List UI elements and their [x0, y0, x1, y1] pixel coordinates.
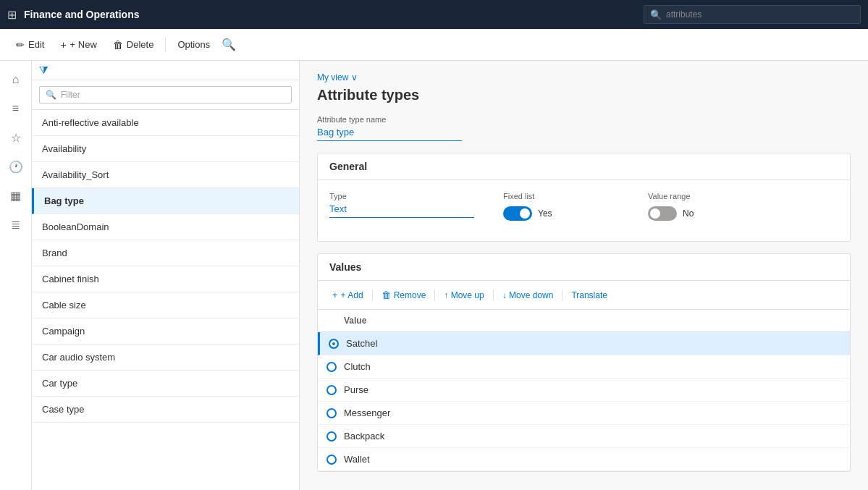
value-range-toggle-label: No [683, 208, 694, 219]
move-down-button[interactable]: ↓ Move down [497, 287, 560, 303]
fixed-list-toggle[interactable] [503, 206, 532, 221]
list-item[interactable]: Bag type [32, 188, 299, 214]
radio-button[interactable] [326, 431, 337, 442]
edit-icon: ✏ [16, 39, 25, 51]
radio-button[interactable] [326, 362, 337, 372]
values-toolbar-separator4 [562, 290, 562, 301]
values-section: Values + + Add 🗑 Remove ↑ Move up ↓ [317, 253, 851, 472]
main-content: My view ∨ Attribute types Attribute type… [300, 61, 868, 490]
view-label: My view [317, 72, 348, 83]
view-selector[interactable]: My view ∨ [317, 72, 851, 83]
value-range-field-group: Value range No [648, 192, 764, 221]
radio-button[interactable] [326, 385, 337, 395]
cmdbar-search-icon[interactable]: 🔍 [222, 38, 236, 51]
attr-type-value[interactable]: Bag type [317, 127, 462, 141]
values-table: SatchelClutchPurseMessengerBackpackWalle… [318, 332, 850, 471]
radio-button[interactable] [326, 455, 337, 465]
list-panel: ⧩ 🔍 Anti-reflective availableAvailabilit… [32, 61, 300, 490]
type-label: Type [329, 192, 474, 200]
new-button[interactable]: + + New [53, 35, 104, 55]
list-item[interactable]: Brand [32, 240, 299, 266]
value-label: Messenger [344, 407, 390, 418]
values-row[interactable]: Wallet [318, 448, 850, 471]
type-field-group: Type Text [329, 192, 474, 229]
move-up-label: ↑ Move up [444, 290, 484, 300]
general-section-header: General [318, 153, 850, 180]
global-search[interactable]: 🔍 [644, 5, 861, 24]
value-range-toggle-wrapper: No [648, 206, 764, 221]
grid-icon[interactable]: ⊞ [7, 8, 17, 22]
values-col-label: Value [344, 316, 366, 326]
type-value[interactable]: Text [329, 203, 474, 218]
value-range-toggle-thumb [650, 208, 660, 219]
radio-button[interactable] [326, 408, 337, 418]
list-item[interactable]: Availability [32, 136, 299, 162]
nav-list-icon[interactable]: ≣ [3, 211, 29, 237]
nav-star-icon[interactable]: ☆ [3, 124, 29, 151]
value-range-label: Value range [648, 192, 764, 200]
nav-hamburger-icon[interactable]: ≡ [3, 96, 29, 122]
remove-label: Remove [394, 290, 426, 300]
move-down-label: ↓ Move down [502, 290, 554, 300]
filter-icon[interactable]: ⧩ [39, 64, 49, 77]
chevron-down-icon: ∨ [351, 72, 358, 83]
list-filter-area: 🔍 [32, 80, 299, 110]
list-item[interactable]: Cable size [32, 292, 299, 318]
attr-type-label: Attribute type name [317, 115, 851, 124]
delete-button[interactable]: 🗑 Delete [106, 35, 161, 55]
edit-button[interactable]: ✏ Edit [9, 35, 51, 55]
filter-input[interactable] [61, 90, 285, 100]
remove-value-button[interactable]: 🗑 Remove [376, 287, 432, 303]
nav-home-icon[interactable]: ⌂ [3, 67, 29, 93]
values-toolbar: + + Add 🗑 Remove ↑ Move up ↓ Move down [318, 281, 850, 310]
options-button[interactable]: Options [170, 35, 217, 54]
values-row[interactable]: Satchel [318, 332, 850, 355]
list-item[interactable]: Availability_Sort [32, 162, 299, 188]
list-item[interactable]: Car type [32, 371, 299, 397]
list-item[interactable]: BooleanDomain [32, 214, 299, 240]
separator [165, 38, 166, 52]
value-label: Clutch [344, 361, 371, 372]
topbar: ⊞ Finance and Operations 🔍 [0, 0, 868, 29]
command-bar: ✏ Edit + + New 🗑 Delete Options 🔍 [0, 29, 868, 61]
filter-input-wrapper[interactable]: 🔍 [39, 86, 292, 104]
add-value-button[interactable]: + + Add [326, 287, 369, 303]
values-row[interactable]: Backpack [318, 425, 850, 448]
list-item[interactable]: Campaign [32, 318, 299, 345]
fixed-list-toggle-label: Yes [538, 208, 552, 219]
nav-table-icon[interactable]: ▦ [3, 182, 29, 208]
value-range-toggle[interactable] [648, 206, 677, 221]
value-label: Satchel [346, 338, 377, 349]
list-item[interactable]: Anti-reflective available [32, 110, 299, 136]
nav-clock-icon[interactable]: 🕐 [3, 153, 29, 179]
move-up-button[interactable]: ↑ Move up [438, 287, 489, 303]
value-label: Wallet [344, 454, 370, 465]
fixed-list-field-group: Fixed list Yes [503, 192, 619, 221]
main-layout: ⌂ ≡ ☆ 🕐 ▦ ≣ ⧩ 🔍 Anti-reflective availabl… [0, 61, 868, 490]
new-label: + New [70, 39, 97, 50]
list-item[interactable]: Case type [32, 397, 299, 423]
values-toolbar-separator2 [434, 290, 435, 301]
global-search-input[interactable] [666, 9, 854, 20]
add-label: + Add [341, 290, 363, 300]
value-label: Purse [344, 384, 368, 395]
new-icon: + [60, 39, 66, 51]
list-top-filter-bar: ⧩ [32, 61, 299, 80]
value-label: Backpack [344, 431, 384, 442]
add-icon: + [332, 290, 338, 300]
filter-search-icon: 🔍 [46, 90, 56, 100]
values-table-header: Value [318, 310, 850, 332]
values-row[interactable]: Clutch [318, 355, 850, 379]
general-fields-row: Type Text Fixed list Yes [329, 192, 838, 229]
radio-button[interactable] [329, 339, 339, 349]
options-label: Options [177, 39, 210, 50]
list-item[interactable]: Car audio system [32, 345, 299, 371]
list-items-container: Anti-reflective availableAvailabilityAva… [32, 110, 299, 490]
values-row[interactable]: Messenger [318, 402, 850, 425]
translate-button[interactable]: Translate [565, 287, 613, 303]
general-section-body: Type Text Fixed list Yes [318, 180, 850, 241]
values-row[interactable]: Purse [318, 379, 850, 402]
fixed-list-label: Fixed list [503, 192, 619, 200]
general-section: General Type Text Fixed list [317, 153, 851, 242]
list-item[interactable]: Cabinet finish [32, 266, 299, 292]
